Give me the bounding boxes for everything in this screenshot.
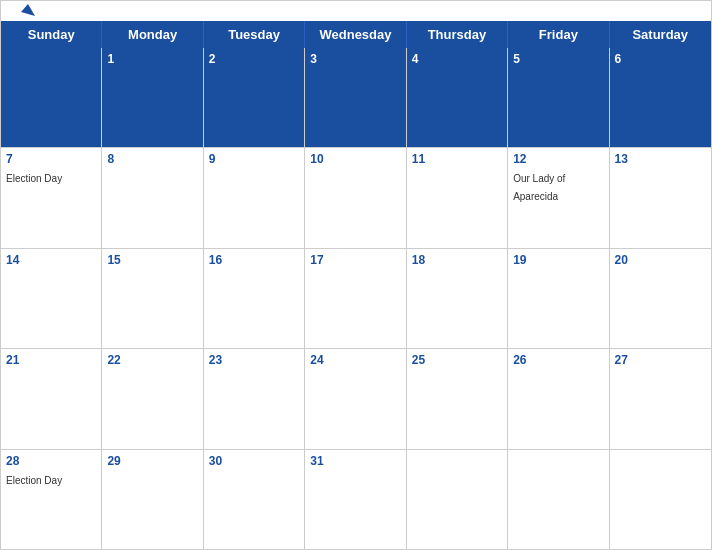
day-number: 5	[513, 52, 603, 66]
day-number: 14	[6, 253, 96, 267]
day-number: 22	[107, 353, 197, 367]
day-cell: 8	[102, 148, 203, 247]
day-header-monday: Monday	[102, 21, 203, 48]
day-number: 29	[107, 454, 197, 468]
day-cell: 23	[204, 349, 305, 448]
day-number: 1	[107, 52, 197, 66]
day-cell: 17	[305, 249, 406, 348]
day-cell: 27	[610, 349, 711, 448]
day-number: 21	[6, 353, 96, 367]
day-cell: 24	[305, 349, 406, 448]
day-cell: 1	[102, 48, 203, 147]
day-cell: 25	[407, 349, 508, 448]
calendar-header	[1, 1, 711, 21]
day-cell: 3	[305, 48, 406, 147]
day-number: 24	[310, 353, 400, 367]
day-number: 27	[615, 353, 706, 367]
week-row-1: 0123456	[1, 48, 711, 148]
day-cell: 22	[102, 349, 203, 448]
holiday-label: Election Day	[6, 173, 62, 184]
day-number: 17	[310, 253, 400, 267]
day-header-sunday: Sunday	[1, 21, 102, 48]
day-number: 28	[6, 454, 96, 468]
day-number: 7	[6, 152, 96, 166]
svg-marker-0	[21, 4, 35, 16]
day-header-thursday: Thursday	[407, 21, 508, 48]
logo-bird-icon	[19, 2, 37, 20]
day-number: 30	[209, 454, 299, 468]
day-number: 23	[209, 353, 299, 367]
day-cell: 21	[1, 349, 102, 448]
day-header-saturday: Saturday	[610, 21, 711, 48]
day-number: 6	[615, 52, 706, 66]
day-cell: 0	[407, 450, 508, 549]
day-cell: 7Election Day	[1, 148, 102, 247]
week-row-4: 21222324252627	[1, 349, 711, 449]
day-cell: 2	[204, 48, 305, 147]
day-cell: 30	[204, 450, 305, 549]
day-number: 3	[310, 52, 400, 66]
day-header-wednesday: Wednesday	[305, 21, 406, 48]
day-headers-row: SundayMondayTuesdayWednesdayThursdayFrid…	[1, 21, 711, 48]
holiday-label: Election Day	[6, 475, 62, 486]
day-number: 15	[107, 253, 197, 267]
day-number: 9	[209, 152, 299, 166]
day-number: 13	[615, 152, 706, 166]
day-cell: 18	[407, 249, 508, 348]
day-header-tuesday: Tuesday	[204, 21, 305, 48]
day-cell: 13	[610, 148, 711, 247]
day-cell: 12Our Lady of Aparecida	[508, 148, 609, 247]
day-cell: 29	[102, 450, 203, 549]
day-header-friday: Friday	[508, 21, 609, 48]
day-cell: 0	[1, 48, 102, 147]
day-cell: 14	[1, 249, 102, 348]
day-number: 11	[412, 152, 502, 166]
day-number: 20	[615, 253, 706, 267]
day-cell: 26	[508, 349, 609, 448]
weeks-container: 01234567Election Day89101112Our Lady of …	[1, 48, 711, 549]
day-cell: 4	[407, 48, 508, 147]
holiday-label: Our Lady of Aparecida	[513, 173, 565, 202]
week-row-5: 28Election Day293031000	[1, 450, 711, 549]
week-row-2: 7Election Day89101112Our Lady of Apareci…	[1, 148, 711, 248]
day-cell: 5	[508, 48, 609, 147]
day-number: 18	[412, 253, 502, 267]
day-number: 10	[310, 152, 400, 166]
week-row-3: 14151617181920	[1, 249, 711, 349]
day-cell: 9	[204, 148, 305, 247]
day-cell: 19	[508, 249, 609, 348]
day-number: 12	[513, 152, 603, 166]
day-cell: 16	[204, 249, 305, 348]
day-cell: 28Election Day	[1, 450, 102, 549]
day-cell: 15	[102, 249, 203, 348]
day-number: 2	[209, 52, 299, 66]
day-cell: 0	[508, 450, 609, 549]
calendar: SundayMondayTuesdayWednesdayThursdayFrid…	[0, 0, 712, 550]
day-cell: 31	[305, 450, 406, 549]
day-cell: 0	[610, 450, 711, 549]
day-number: 26	[513, 353, 603, 367]
day-number: 31	[310, 454, 400, 468]
day-cell: 6	[610, 48, 711, 147]
calendar-grid: SundayMondayTuesdayWednesdayThursdayFrid…	[1, 21, 711, 549]
day-cell: 20	[610, 249, 711, 348]
day-number: 8	[107, 152, 197, 166]
day-number: 25	[412, 353, 502, 367]
day-number: 4	[412, 52, 502, 66]
logo	[17, 2, 37, 20]
day-number: 19	[513, 253, 603, 267]
day-cell: 11	[407, 148, 508, 247]
day-number: 16	[209, 253, 299, 267]
day-cell: 10	[305, 148, 406, 247]
